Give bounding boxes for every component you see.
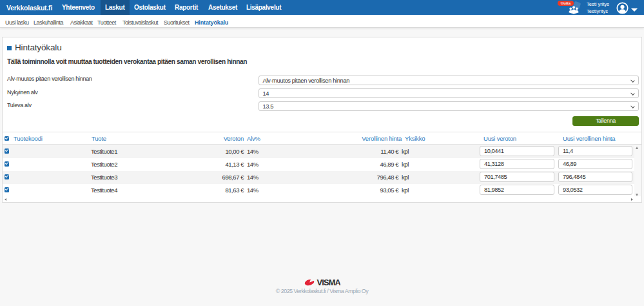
svg-text:VISMA: VISMA (317, 278, 341, 287)
